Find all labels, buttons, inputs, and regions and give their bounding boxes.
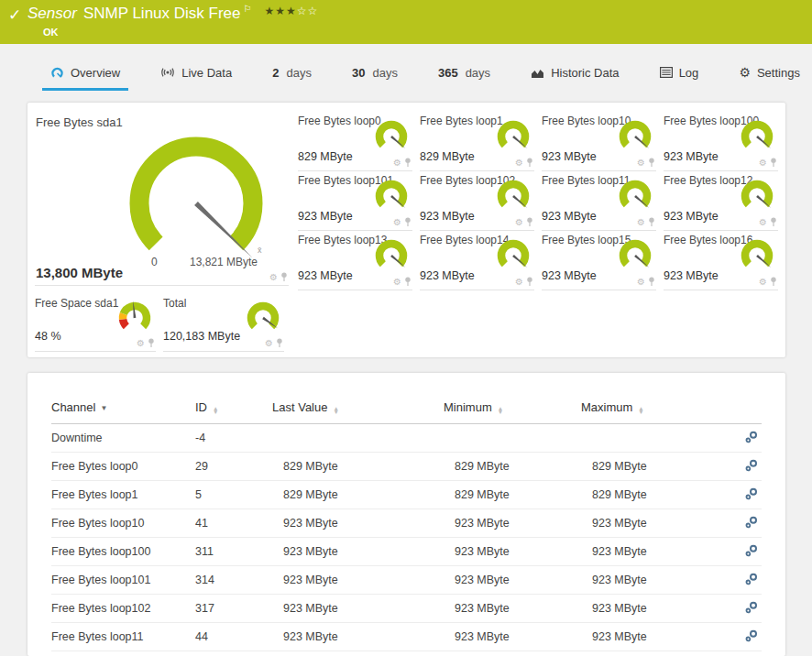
channel-gear-icon[interactable]: ⚙ (637, 278, 645, 287)
cell-last-value: 923 MByte (272, 537, 444, 565)
cell-id: 41 (195, 508, 272, 537)
sensor-header: ✓ SensorSNMP Linux Disk Free⚐★★★☆☆ OK (0, 0, 812, 44)
pin-icon[interactable] (648, 277, 655, 287)
column-header-channel[interactable]: Channel▼ (51, 395, 195, 423)
free-space-value: 48 % (35, 330, 61, 343)
channel-settings-gears-icon[interactable] (745, 487, 758, 500)
sort-desc-icon: ▼ (100, 404, 107, 412)
flag-icon[interactable]: ⚐ (244, 4, 252, 14)
small-gauge-dial (614, 118, 656, 155)
pin-icon[interactable] (648, 158, 655, 168)
small-gauge-value: 923 MByte (420, 269, 475, 282)
cell-minimum: 829 MByte (444, 452, 581, 480)
pin-icon[interactable] (404, 277, 411, 287)
channel-gear-icon[interactable]: ⚙ (393, 159, 401, 168)
tab-historic-data[interactable]: Historic Data (522, 57, 627, 91)
cell-maximum (581, 423, 718, 452)
pin-icon[interactable] (148, 338, 155, 348)
pin-icon[interactable] (770, 217, 777, 227)
cell-minimum: 923 MByte (444, 508, 581, 537)
small-gauge-dial (614, 178, 656, 214)
channel-gear-icon[interactable]: ⚙ (393, 218, 401, 227)
small-gauge-dial (736, 237, 778, 274)
channel-gear-icon[interactable]: ⚙ (515, 278, 523, 287)
cell-channel: Free Bytes loop10 (51, 508, 195, 537)
small-gauge-cell: Free Bytes loop15 923 MByte ⚙ (542, 231, 656, 290)
gauge-icon (50, 66, 64, 80)
column-header-id[interactable]: ID▲▼ (195, 395, 272, 423)
channel-settings-gears-icon[interactable] (745, 573, 758, 585)
channel-gear-icon[interactable]: ⚙ (265, 339, 273, 348)
channel-gear-icon[interactable]: ⚙ (759, 159, 767, 168)
pin-icon[interactable] (276, 338, 283, 348)
total-value: 120,183 MByte (163, 330, 240, 343)
channel-settings-gears-icon[interactable] (745, 544, 758, 557)
small-gauge-cell: Free Bytes loop100 923 MByte ⚙ (664, 112, 778, 171)
channel-settings-gears-icon[interactable] (745, 431, 758, 443)
cell-last-value: 923 MByte (272, 565, 444, 594)
channel-settings-gears-icon[interactable] (745, 629, 758, 642)
pin-icon[interactable] (648, 217, 655, 227)
tab-live-data-label: Live Data (181, 66, 232, 80)
column-header-maximum[interactable]: Maximum▲▼ (581, 395, 718, 423)
channel-gear-icon[interactable]: ⚙ (637, 218, 645, 227)
cell-channel: Free Bytes loop0 (51, 452, 195, 480)
cell-last-value: 923 MByte (272, 651, 444, 656)
area-chart-icon (531, 67, 544, 79)
pin-icon[interactable] (404, 217, 411, 227)
column-header-last-value[interactable]: Last Value▲▼ (272, 395, 444, 423)
column-header-minimum[interactable]: Minimum▲▼ (444, 395, 581, 423)
pin-icon[interactable] (526, 217, 533, 227)
channel-gear-icon[interactable]: ⚙ (137, 339, 145, 348)
tab-2-days-number: 2 (272, 66, 279, 80)
channel-gear-icon[interactable]: ⚙ (515, 159, 523, 168)
small-gauge-value: 923 MByte (298, 269, 353, 282)
channel-settings-gears-icon[interactable] (745, 601, 758, 614)
channel-gear-icon[interactable]: ⚙ (515, 218, 523, 227)
pin-icon[interactable] (404, 158, 411, 168)
star-filled-icons[interactable]: ★★★ (264, 5, 296, 17)
channel-gear-icon[interactable]: ⚙ (759, 278, 767, 287)
cell-channel: Free Bytes loop1 (51, 480, 195, 508)
tab-365-days[interactable]: 365 days (430, 57, 499, 91)
id-header-label: ID (195, 400, 207, 414)
table-row: Free Bytes loop11 44 923 MByte 923 MByte… (51, 622, 762, 651)
small-gauge-cell: Free Bytes loop102 923 MByte ⚙ (420, 171, 534, 231)
tab-log[interactable]: Log (652, 57, 708, 91)
cell-minimum: 923 MByte (444, 622, 581, 651)
channel-gear-icon[interactable]: ⚙ (759, 218, 767, 227)
small-gauge-value: 829 MByte (298, 150, 353, 163)
tab-live-data[interactable]: Live Data (152, 57, 240, 91)
total-gauge-cell: Total 120,183 MByte ⚙ (163, 295, 284, 352)
table-row: Free Bytes loop1 5 829 MByte 829 MByte 8… (51, 480, 762, 508)
channel-gear-icon[interactable]: ⚙ (269, 273, 278, 282)
channel-settings-gears-icon[interactable] (745, 459, 758, 472)
channel-gear-icon[interactable]: ⚙ (637, 159, 645, 168)
channel-settings-gears-icon[interactable] (745, 516, 758, 529)
sort-icon: ▲▼ (498, 407, 503, 415)
tab-365-days-number: 365 (438, 66, 458, 80)
pin-icon[interactable] (770, 277, 777, 287)
small-gauge-value: 923 MByte (664, 269, 719, 282)
last-value-header-label: Last Value (272, 400, 327, 414)
channel-gear-icon[interactable]: ⚙ (393, 278, 401, 287)
tab-settings[interactable]: ⚙ Settings (730, 57, 808, 91)
cell-maximum: 923 MByte (581, 537, 718, 565)
small-gauge-value: 923 MByte (542, 150, 597, 163)
tab-overview[interactable]: Overview (42, 57, 128, 91)
small-gauge-dial (492, 118, 534, 155)
broadcast-icon (160, 66, 175, 79)
small-gauge-value: 923 MByte (664, 150, 719, 163)
pin-icon[interactable] (280, 272, 288, 282)
tab-2-days[interactable]: 2 days (264, 57, 320, 91)
star-empty-icons[interactable]: ☆☆ (297, 5, 319, 17)
cell-maximum: 829 MByte (581, 452, 718, 480)
tab-30-days[interactable]: 30 days (344, 57, 406, 91)
table-header-row: Channel▼ ID▲▼ Last Value▲▼ Minimum▲▼ Max… (51, 395, 762, 423)
pin-icon[interactable] (526, 158, 533, 168)
small-gauge-cell: Free Bytes loop16 923 MByte ⚙ (664, 231, 778, 290)
cell-last-value: 829 MByte (272, 452, 444, 480)
pin-icon[interactable] (770, 158, 777, 168)
priority-stars[interactable]: ★★★☆☆ (264, 5, 318, 17)
pin-icon[interactable] (526, 277, 533, 287)
